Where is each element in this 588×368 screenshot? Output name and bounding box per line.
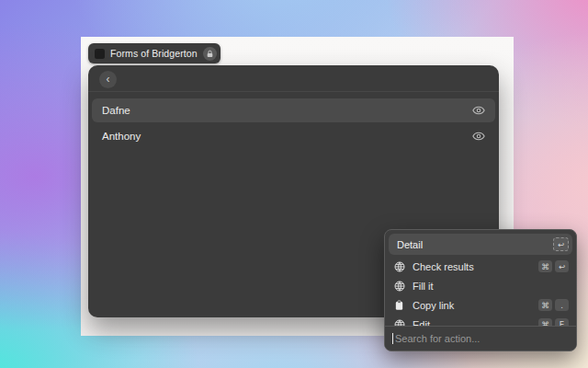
clipboard-icon [394, 300, 406, 311]
action-label: Copy link [413, 300, 536, 311]
back-button[interactable]: ‹ [99, 71, 117, 88]
tab-title: Forms of Bridgerton [110, 48, 198, 59]
action-label: Check results [413, 261, 536, 272]
action-list: Detail ↩ Check results ⌘ ↩ [385, 230, 576, 326]
action-item-fill-it[interactable]: Fill it [389, 276, 572, 295]
command-key-icon: ⌘ [538, 260, 552, 272]
chevron-left-icon: ‹ [107, 74, 110, 85]
list-item-dafne[interactable]: Dafne [92, 98, 495, 122]
respondent-list: Dafne Anthony [88, 92, 499, 155]
text-caret [392, 333, 393, 344]
lock-icon [206, 50, 214, 58]
view-button[interactable] [472, 106, 485, 115]
tab-favicon-icon [95, 49, 105, 59]
eye-icon [472, 132, 485, 141]
globe-icon [394, 281, 406, 292]
eye-icon [472, 106, 485, 115]
lock-button[interactable] [203, 47, 217, 61]
search-placeholder: Search for action... [395, 333, 480, 344]
period-key-icon: . [555, 299, 569, 311]
panel-header: ‹ [88, 65, 499, 92]
return-key-icon: ↩ [555, 260, 569, 272]
action-item-copy-link[interactable]: Copy link ⌘ . [389, 295, 572, 315]
respondent-name: Dafne [102, 105, 130, 116]
window-tab[interactable]: Forms of Bridgerton [88, 43, 220, 63]
app-window: Forms of Bridgerton ‹ Dafne [81, 37, 514, 336]
view-button[interactable] [472, 132, 485, 141]
list-item-anthony[interactable]: Anthony [92, 124, 495, 148]
command-key-icon: ⌘ [538, 299, 552, 311]
action-item-detail[interactable]: Detail ↩ [389, 234, 572, 255]
action-item-check-results[interactable]: Check results ⌘ ↩ [389, 257, 572, 276]
action-search-input[interactable]: Search for action... [385, 326, 576, 350]
globe-icon [394, 319, 406, 327]
globe-icon [394, 261, 406, 272]
return-key-icon: ↩ [553, 237, 569, 251]
respondent-name: Anthony [102, 131, 141, 142]
desktop-background: { "tab": { "title": "Forms of Bridgerton… [0, 0, 588, 368]
action-label: Fill it [413, 281, 569, 292]
action-item-edit[interactable]: Edit ⌘ E [389, 315, 572, 326]
command-key-icon: ⌘ [538, 318, 552, 326]
action-palette: Detail ↩ Check results ⌘ ↩ [384, 229, 577, 351]
action-label: Detail [397, 239, 550, 250]
action-label: Edit [413, 319, 536, 327]
e-key-icon: E [555, 318, 569, 326]
